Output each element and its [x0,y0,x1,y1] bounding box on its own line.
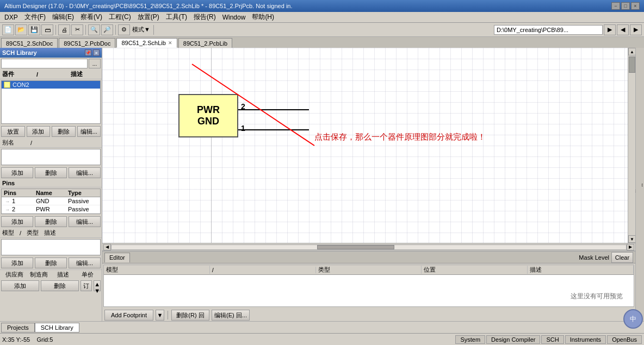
v-scroll-thumb[interactable] [629,57,635,73]
menu-item-C[interactable]: 工程(C) [106,11,134,23]
edit-alias-button[interactable]: 编辑... [69,167,101,178]
remove-pin-button[interactable]: 删除 [35,216,67,227]
header-close[interactable]: × [93,49,100,56]
edit-component-button[interactable]: 编辑... [77,126,101,137]
tab-schlib[interactable]: 89C51_2.SchLib ✕ [116,38,177,48]
left-panel: SCH Library 📌 × ... 器件 / 描述 □ CON2 放置 [0,48,102,321]
toolbar-new[interactable]: 📄 [2,24,14,35]
sidebar-icon-1[interactable]: ↕ [641,182,644,187]
edit-model-button[interactable]: 编辑... [69,258,101,268]
tab-schlib-label: 89C51_2.SchLib [121,40,165,46]
scroll-left-btn[interactable]: ◀ [103,244,111,250]
toolbar-back[interactable]: ◀ [617,24,629,35]
component-name-con2: CON2 [13,81,29,88]
menu-item-Window[interactable]: Window [219,12,249,22]
menu-item-E[interactable]: 编辑(E) [49,11,77,23]
projects-tab-label: Projects [7,324,29,331]
add-alias-button[interactable]: 添加 [1,167,33,178]
supplier-col1: 供应商 [2,271,27,279]
supplier-extra[interactable]: ▲▼ [94,280,101,291]
add-supplier-button[interactable]: 添加 [1,280,39,291]
add-model-button[interactable]: 添加 [1,258,33,268]
toolbar-print[interactable]: 🖨 [58,24,70,35]
minimize-button[interactable]: − [611,2,620,10]
toolbar-zoomout[interactable]: 🔎 [101,24,113,35]
menu-item-V[interactable]: 察看(V) [77,11,106,23]
edit-footprint-button[interactable]: 编辑(E) 回... [212,310,250,321]
menu-item-R[interactable]: 报告(R) [190,11,219,23]
toolbar-cut[interactable]: ✂ [71,24,83,35]
clear-button[interactable]: Clear [611,252,633,263]
tab-pcbdoc[interactable]: 89C51_2.PcbDoc [59,38,115,48]
h-scroll-track[interactable] [111,244,627,250]
status-openbus[interactable]: OpenBus [607,335,642,344]
add-footprint-button[interactable]: Add Footprint [104,310,153,321]
pins-row-1: →1 GND Passive [2,197,100,205]
scroll-down-btn[interactable]: ▼ [628,235,635,243]
search-input[interactable] [1,59,88,68]
window-title: Altium Designer (17.0) - D:\0MY_creating… [4,3,611,9]
component-item-con2[interactable]: □ CON2 [2,81,100,89]
editor-col-headers: 模型 / 类型 位置 描述 [104,265,634,275]
toolbar-mode[interactable]: ⚙ [118,24,130,35]
tab-pcblib[interactable]: 89C51_2.PcbLib [178,38,232,48]
editor-col-model: 模型 [104,266,210,274]
supplier-col3: 描述 [51,271,76,279]
status-sch[interactable]: SCH [541,335,564,344]
remove-model-button[interactable]: 删除 [35,258,67,268]
toolbar-zoomin[interactable]: 🔍 [88,24,100,35]
component-btn-row: 放置 添加 删除 编辑... [0,125,102,138]
remove-alias-button[interactable]: 删除 [35,167,67,178]
sch-library-tab[interactable]: SCH Library [35,323,79,333]
toolbar-saveall[interactable]: 🗃 [41,24,53,35]
menu-item-F[interactable]: 文件(F) [21,11,49,23]
remove-supplier-button[interactable]: 删除 [41,280,79,291]
search-more-btn[interactable]: ... [89,59,101,68]
projects-tab[interactable]: Projects [1,323,35,333]
annotation-svg [102,48,635,243]
help-icon[interactable]: 中 [623,309,643,329]
menu-item-P[interactable]: 放置(P) [134,11,163,23]
editor-table-area: 模型 / 类型 位置 描述 这里没有可用预览 [103,265,634,307]
add-pin-button[interactable]: 添加 [1,216,33,227]
scroll-right-btn[interactable]: ▶ [627,244,634,250]
pin1-canvas-label: 1 [241,124,245,133]
toolbar-save[interactable]: 💾 [28,24,40,35]
editor-tab[interactable]: Editor [104,253,130,262]
remove-footprint-button[interactable]: 删除(R) 回 [171,310,209,321]
center-line [211,48,212,243]
tab-schlib-close[interactable]: ✕ [168,40,172,46]
toolbar-fwd[interactable]: ▶ [630,24,642,35]
schematic-canvas[interactable]: PWR GND 2 1 点击保存，那么一个器件原理图部分就完成啦！ [102,48,635,243]
pin-button[interactable]: 📌 [85,49,91,56]
edit-pin-button[interactable]: 编辑... [69,216,101,227]
remove-component-button[interactable]: 删除 [52,126,76,137]
menu-item-T[interactable]: 工具(T) [163,11,190,23]
editor-footer: Add Footprint ▼ 删除(R) 回 编辑(E) 回... [102,308,635,322]
subscribe-button[interactable]: 订 [81,280,92,291]
pwr-gnd-box: PWR GND [178,94,238,137]
place-button[interactable]: 放置 [1,126,25,137]
scroll-up-btn[interactable]: ▲ [628,48,635,55]
close-button[interactable]: × [631,2,640,10]
component-list: □ CON2 [1,80,101,124]
v-scrollbar[interactable]: ▲ ▼ [628,48,635,243]
add-footprint-dropdown[interactable]: ▼ [156,310,164,321]
pins-header: Pins [0,179,102,187]
status-system[interactable]: System [455,335,485,344]
menu-item-DXP[interactable]: DXP [1,12,21,22]
menu-item-H[interactable]: 帮助(H) [249,11,277,23]
h-scroll-thumb[interactable] [317,245,394,249]
status-design-compiler[interactable]: Design Compiler [486,335,540,344]
h-scrollbar[interactable]: ◀ ▶ [102,243,635,250]
toolbar-sep4 [153,25,154,35]
tab-schdoc[interactable]: 89C51_2.SchDoc [1,38,58,48]
toolbar-open[interactable]: 📂 [15,24,27,35]
toolbar-browse[interactable]: ▶ [604,24,616,35]
add-component-button[interactable]: 添加 [27,126,51,137]
pins-table-header: Pins Name Type [2,189,100,197]
pin1-type: Passive [67,198,99,204]
editor-col-type: 类型 [316,266,422,274]
status-instruments[interactable]: Instruments [565,335,606,344]
maximize-button[interactable]: □ [621,2,630,10]
